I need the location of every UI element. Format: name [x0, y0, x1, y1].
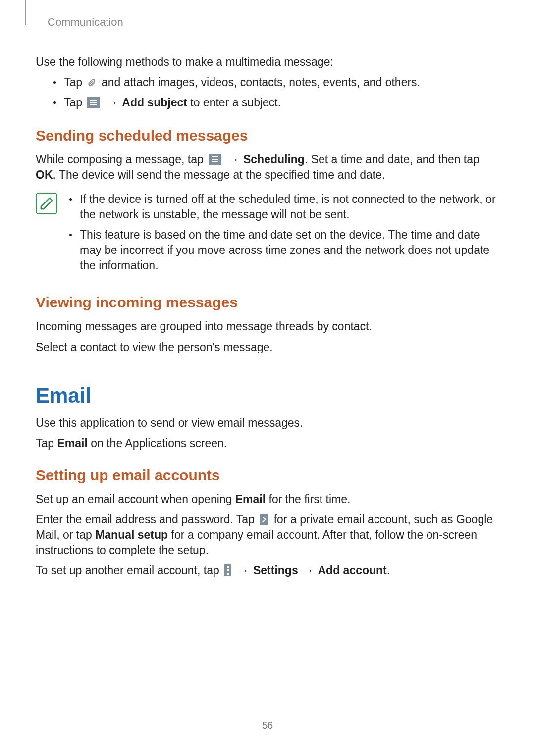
arrow: →: [299, 564, 317, 577]
setup-p3: To set up another email account, tap → S…: [36, 563, 501, 578]
next-chevron-icon: [260, 514, 268, 525]
note-content: If the device is turned off at the sched…: [69, 192, 501, 278]
bold-text: Email: [57, 437, 87, 450]
text: To set up another email account, tap: [36, 564, 222, 577]
page-number: 56: [0, 720, 535, 731]
text: Enter the email address and password. Ta…: [36, 513, 258, 526]
email-p2: Tap Email on the Applications screen.: [36, 436, 501, 451]
bold-text: Settings: [253, 564, 298, 577]
bullet-list-1: Tap and attach images, videos, contacts,…: [54, 75, 501, 110]
scheduled-paragraph: While composing a message, tap → Schedul…: [36, 152, 501, 183]
menu-icon: [87, 97, 100, 108]
text: Tap: [64, 96, 85, 109]
bullet-marker: [69, 198, 72, 201]
more-vertical-icon: [224, 564, 231, 576]
text: .: [387, 564, 390, 577]
bullet-item: This feature is based on the time and da…: [69, 227, 501, 273]
bold-text: Manual setup: [95, 528, 168, 541]
bullet-item: If the device is turned off at the sched…: [69, 192, 501, 222]
bold-text: Email: [235, 493, 266, 505]
note-block: If the device is turned off at the sched…: [36, 192, 501, 278]
bullet-marker: [69, 234, 72, 236]
bullet-text: Tap → Add subject to enter a subject.: [64, 95, 281, 110]
bullet-text: This feature is based on the time and da…: [80, 227, 501, 273]
email-p1: Use this application to send or view ema…: [36, 415, 501, 431]
text: for the first time.: [266, 493, 350, 505]
heading-viewing: Viewing incoming messages: [36, 294, 501, 311]
arrow: →: [224, 153, 242, 166]
paperclip-icon: [87, 78, 96, 88]
arrow: →: [234, 564, 252, 577]
heading-setup: Setting up email accounts: [36, 467, 501, 484]
setup-p1: Set up an email account when opening Ema…: [36, 492, 501, 507]
text: Set up an email account when opening: [36, 493, 235, 505]
intro-paragraph: Use the following methods to make a mult…: [36, 54, 501, 70]
menu-icon: [209, 154, 221, 165]
bullet-text: If the device is turned off at the sched…: [80, 192, 501, 222]
text: . Set a time and date, and then tap: [305, 153, 480, 166]
header-section-label: Communication: [48, 16, 123, 29]
bullet-marker: [54, 81, 56, 84]
text: Tap: [64, 76, 85, 89]
bullet-marker: [54, 101, 56, 104]
heading-email: Email: [36, 384, 501, 407]
bullet-item: Tap → Add subject to enter a subject.: [54, 95, 501, 110]
text: While composing a message, tap: [36, 153, 207, 166]
header-tab-rule: [25, 0, 26, 25]
note-pencil-icon: [36, 193, 57, 214]
text: . The device will send the message at th…: [53, 168, 385, 181]
viewing-p1: Incoming messages are grouped into messa…: [36, 319, 501, 334]
page-content: Use the following methods to make a mult…: [36, 54, 501, 583]
text: to enter a subject.: [187, 96, 281, 109]
bullet-text: Tap and attach images, videos, contacts,…: [64, 75, 420, 90]
bullet-item: Tap and attach images, videos, contacts,…: [54, 75, 501, 90]
heading-scheduled: Sending scheduled messages: [36, 127, 501, 144]
bold-text: Scheduling: [243, 153, 305, 166]
text: on the Applications screen.: [88, 437, 227, 450]
bold-text: Add subject: [122, 96, 187, 109]
arrow: →: [103, 96, 121, 109]
text: and attach images, videos, contacts, not…: [98, 76, 420, 89]
bold-text: OK: [36, 168, 53, 181]
bold-text: Add account: [318, 564, 386, 577]
text: Tap: [36, 437, 57, 450]
viewing-p2: Select a contact to view the person's me…: [36, 340, 501, 355]
setup-p2: Enter the email address and password. Ta…: [36, 512, 501, 558]
